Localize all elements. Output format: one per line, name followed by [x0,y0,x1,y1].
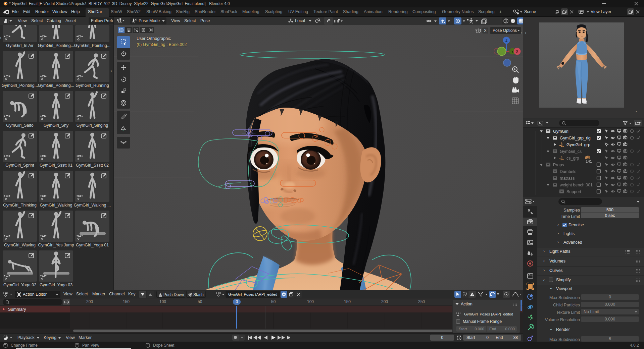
svg-text:weight bench.001: weight bench.001 [559,183,593,187]
svg-text:GymGirl_Thinking: GymGirl_Thinking [3,203,37,208]
svg-text:GymGirl_Waving: GymGirl_Waving [4,243,36,247]
svg-text:GymGirl_Shy: GymGirl_Shy [44,123,69,128]
svg-text:GymGirl_In Air: GymGirl_In Air [6,43,33,48]
svg-text:GymGirl_Pointing...: GymGirl_Pointing... [38,83,74,88]
svg-text:cs_grp: cs_grp [566,156,579,161]
svg-text:Support: Support [566,189,581,194]
svg-text:X: X [516,50,518,53]
svg-text:GymGirl_Ssstt 01: GymGirl_Ssstt 01 [40,163,72,168]
svg-text:GymGirl_Pointing...: GymGirl_Pointing... [38,43,74,48]
svg-text:GymGirl_Ssstt 02: GymGirl_Ssstt 02 [76,163,109,168]
svg-text:GymGirl_Singing: GymGirl_Singing [77,123,108,128]
svg-text:GymGirl_Yes Jump: GymGirl_Yes Jump [38,243,74,247]
svg-text:GymGirl_Running: GymGirl_Running [76,83,109,88]
svg-text:Z: Z [505,39,507,42]
svg-text:Summary: Summary [8,307,26,312]
svg-text:GymGirl: GymGirl [553,129,568,134]
svg-text:141: 141 [586,159,592,163]
svg-text:GymGirl_Sprint: GymGirl_Sprint [5,163,34,168]
svg-text:matrass: matrass [560,176,575,181]
svg-text:GymGirl_cs: GymGirl_cs [560,149,582,154]
svg-text:GymGirl_grp: GymGirl_grp [566,142,590,147]
svg-text:GymGirl_Salto: GymGirl_Salto [6,123,33,128]
svg-text:GymGirl_Yoga 03: GymGirl_Yoga 03 [40,283,72,287]
svg-text:GymGirl_grp_rig: GymGirl_grp_rig [560,136,591,140]
svg-text:GymGirl_Pointing...: GymGirl_Pointing... [2,83,38,88]
svg-text:GymGirl_Pointing...: GymGirl_Pointing... [74,43,110,48]
svg-text:GymGirl_Yoga 02: GymGirl_Yoga 02 [3,283,36,287]
svg-text:GymGirl_Walking: GymGirl_Walking [40,203,72,208]
svg-text:Props: Props [553,163,564,167]
svg-text:Y: Y [511,50,513,53]
svg-text:Dumbels: Dumbels [560,169,576,174]
svg-text:GymGirl_Yoga 01: GymGirl_Yoga 01 [76,243,109,247]
svg-text:GymGirl_Walking ...: GymGirl_Walking ... [74,203,111,208]
